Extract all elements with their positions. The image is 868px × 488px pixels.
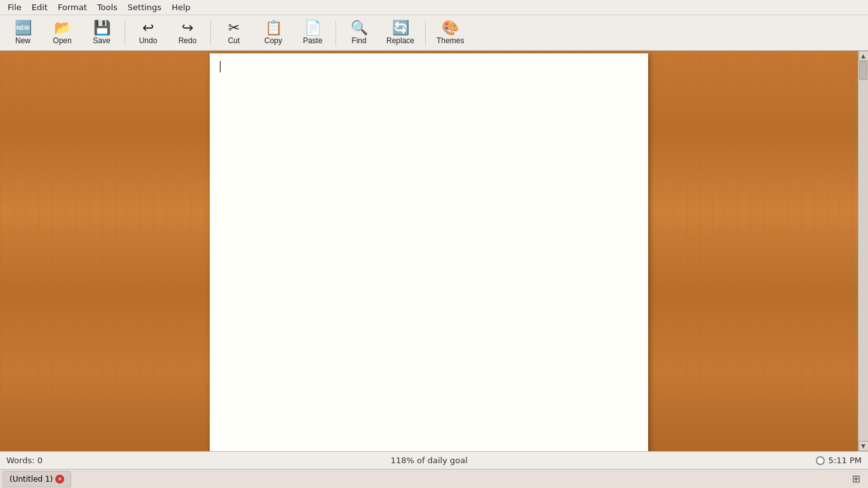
content-area: ▲ ▼ [0,51,868,451]
scroll-down-arrow[interactable]: ▼ [858,441,869,451]
cut-label: Cut [228,36,240,45]
find-label: Find [351,36,366,45]
new-button[interactable]: 🆕 New [4,18,42,48]
menu-edit[interactable]: Edit [27,1,53,13]
themes-button[interactable]: 🎨 Themes [430,18,471,48]
tab-close-button[interactable]: ✕ [55,475,64,484]
copy-icon: 📋 [265,21,282,35]
tabbar: (Untitled 1) ✕ ⊞ [0,469,868,488]
themes-label: Themes [437,36,464,45]
scroll-thumb[interactable] [859,61,867,80]
find-button[interactable]: 🔍 Find [340,18,378,48]
undo-button[interactable]: ↩ Undo [129,18,167,48]
separator-2 [210,20,211,46]
paste-button[interactable]: 📄 Paste [294,18,332,48]
scrollbar-right[interactable]: ▲ ▼ [858,51,868,451]
paste-label: Paste [303,36,323,45]
copy-label: Copy [264,36,282,45]
word-count: Words: 0 [6,456,43,465]
document-page[interactable] [210,53,648,451]
save-label: Save [93,36,110,45]
replace-button[interactable]: 🔄 Replace [379,18,421,48]
status-time: 5:11 PM [816,456,862,465]
text-cursor [220,61,220,72]
find-icon: 🔍 [351,21,368,35]
new-icon: 🆕 [15,21,32,35]
undo-icon: ↩ [142,21,154,35]
menu-tools[interactable]: Tools [92,1,123,13]
tab-label: (Untitled 1) [10,475,53,484]
open-label: Open [53,36,71,45]
replace-label: Replace [386,36,414,45]
cut-icon: ✂ [228,21,240,35]
replace-icon: 🔄 [392,21,409,35]
save-icon: 💾 [93,21,111,35]
new-label: New [15,36,31,45]
paste-icon: 📄 [304,21,322,35]
redo-button[interactable]: ↪ Redo [168,18,207,48]
toolbar: 🆕 New 📂 Open 💾 Save ↩ Undo ↪ Redo ✂ Cut … [0,15,868,51]
daily-goal: 118% of daily goal [43,456,816,465]
cut-button[interactable]: ✂ Cut [215,18,253,48]
save-button[interactable]: 💾 Save [83,18,121,48]
status-circle-icon [816,456,825,465]
separator-3 [336,20,336,46]
tab-expand-icon[interactable]: ⊞ [847,473,865,485]
copy-button[interactable]: 📋 Copy [254,18,292,48]
menu-help[interactable]: Help [166,1,196,13]
menu-format[interactable]: Format [53,1,92,13]
undo-label: Undo [139,36,158,45]
open-icon: 📂 [54,21,71,35]
tab-untitled[interactable]: (Untitled 1) ✕ [3,471,71,487]
redo-label: Redo [179,36,197,45]
scroll-track[interactable] [858,61,868,441]
separator-1 [125,20,125,46]
scroll-up-arrow[interactable]: ▲ [858,51,869,61]
redo-icon: ↪ [182,21,193,35]
statusbar: Words: 0 118% of daily goal 5:11 PM [0,451,868,469]
themes-icon: 🎨 [442,21,459,35]
clock-time: 5:11 PM [829,456,862,465]
menubar: File Edit Format Tools Settings Help [0,0,868,15]
menu-settings[interactable]: Settings [123,1,166,13]
open-button[interactable]: 📂 Open [43,18,81,48]
separator-4 [425,20,426,46]
menu-file[interactable]: File [3,1,27,13]
